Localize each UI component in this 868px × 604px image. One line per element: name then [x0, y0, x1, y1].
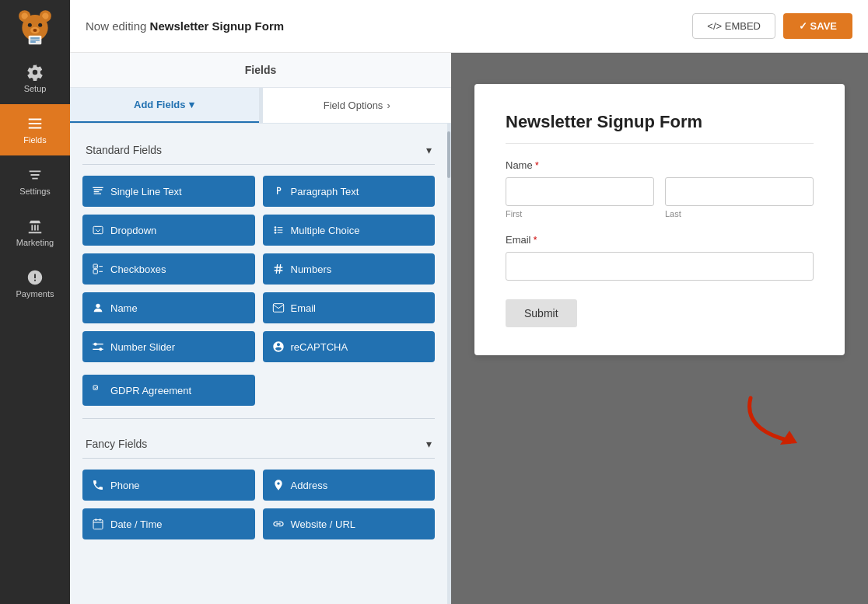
name-fields-row: First Last	[506, 177, 814, 218]
settings-icon	[26, 166, 44, 183]
svg-point-29	[99, 347, 102, 351]
field-btn-email[interactable]: Email	[263, 292, 436, 323]
main-content: Now editing Newsletter Signup Form </> E…	[70, 0, 868, 604]
standard-fields-section-header: Standard Fields ▾	[82, 136, 435, 165]
field-btn-website-url[interactable]: Website / URL	[263, 508, 436, 539]
svg-point-6	[38, 23, 42, 27]
sidebar-item-settings[interactable]: Settings	[0, 155, 70, 207]
email-input[interactable]	[506, 252, 814, 281]
chevron-down-icon: ▾	[189, 99, 194, 110]
left-panel: Fields Add Fields ▾ Field Options ›	[70, 53, 451, 604]
phone-icon	[92, 479, 104, 491]
form-preview-title: Newsletter Signup Form	[506, 112, 814, 144]
standard-fields-grid: Single Line Text Paragraph Text Dropdown	[82, 176, 435, 362]
field-btn-number-slider[interactable]: Number Slider	[82, 331, 255, 362]
recaptcha-icon	[272, 340, 285, 353]
topbar-title: Now editing Newsletter Signup Form	[86, 19, 284, 33]
name-last-input[interactable]	[665, 177, 814, 206]
embed-button[interactable]: </> EMBED	[692, 13, 775, 39]
svg-point-14	[274, 226, 276, 229]
svg-point-5	[28, 23, 32, 27]
content-area: Fields Add Fields ▾ Field Options ›	[70, 53, 868, 604]
payments-icon	[26, 269, 44, 286]
link-icon	[272, 518, 285, 530]
submit-button[interactable]: Submit	[506, 299, 577, 327]
field-btn-checkboxes[interactable]: Checkboxes	[82, 253, 255, 285]
sidebar-item-fields-label: Fields	[23, 135, 46, 145]
field-btn-name[interactable]: Name	[82, 292, 255, 323]
save-button[interactable]: ✓ SAVE	[783, 13, 852, 39]
paragraph-icon	[272, 185, 285, 197]
field-btn-address[interactable]: Address	[263, 470, 436, 501]
sidebar-item-setup-label: Setup	[24, 84, 47, 93]
sidebar-item-marketing-label: Marketing	[16, 238, 54, 247]
svg-point-28	[94, 343, 97, 346]
sidebar: Setup Fields Settings Marketing Payments	[0, 0, 70, 604]
panel-scroll[interactable]: Standard Fields ▾ Single Line Text Parag…	[70, 124, 447, 604]
fancy-fields-label: Fancy Fields	[86, 438, 147, 450]
multiple-choice-icon	[272, 224, 285, 236]
field-btn-multiple-choice[interactable]: Multiple Choice	[263, 215, 436, 246]
checkbox-icon	[92, 263, 104, 275]
name-first-input[interactable]	[506, 177, 654, 206]
sidebar-item-marketing[interactable]: Marketing	[0, 207, 70, 258]
topbar: Now editing Newsletter Signup Form </> E…	[70, 0, 868, 53]
editing-label: Now editing	[86, 19, 150, 33]
email-label: Email *	[506, 234, 814, 246]
dropdown-icon	[92, 224, 104, 236]
required-star-email: *	[531, 235, 537, 246]
svg-rect-13	[93, 226, 103, 233]
form-field-name: Name * First Last	[506, 159, 814, 218]
svg-point-8	[33, 29, 37, 32]
form-field-email: Email *	[506, 234, 814, 281]
sidebar-item-fields[interactable]: Fields	[0, 104, 70, 155]
scroll-thumb	[447, 131, 450, 178]
sidebar-item-payments[interactable]: Payments	[0, 258, 70, 309]
field-btn-recaptcha[interactable]: reCAPTCHA	[263, 331, 436, 362]
form-name: Newsletter Signup Form	[150, 19, 285, 33]
fields-icon	[26, 115, 44, 132]
tab-add-fields-label: Add Fields	[134, 99, 185, 110]
pin-icon	[272, 479, 285, 491]
svg-rect-31	[93, 520, 103, 529]
svg-rect-22	[93, 270, 97, 274]
field-btn-numbers[interactable]: Numbers	[263, 253, 436, 285]
form-preview: Newsletter Signup Form Name * First Las	[474, 84, 845, 355]
field-btn-gdpr-agreement[interactable]: GDPR Agreement	[82, 375, 255, 406]
standard-fields-chevron-icon: ▾	[426, 144, 432, 156]
name-first-sublabel: First	[506, 209, 654, 218]
fancy-fields-chevron-icon: ▾	[426, 438, 432, 450]
arrow-annotation	[727, 382, 828, 452]
field-btn-paragraph-text[interactable]: Paragraph Text	[263, 176, 436, 207]
svg-point-24	[96, 304, 100, 308]
field-btn-dropdown[interactable]: Dropdown	[82, 215, 255, 246]
tab-field-options-label: Field Options	[324, 100, 383, 111]
svg-point-15	[274, 229, 276, 232]
name-last-field: Last	[665, 177, 814, 218]
gdpr-icon	[92, 384, 104, 396]
fancy-fields-grid: Phone Address Date / Time	[82, 470, 435, 539]
svg-rect-25	[273, 304, 283, 312]
sidebar-item-setup[interactable]: Setup	[0, 53, 70, 104]
svg-point-16	[274, 232, 276, 234]
email-icon	[272, 302, 285, 314]
calendar-icon	[92, 518, 104, 530]
fields-section-header: Fields	[70, 53, 451, 88]
tabs-bar: Add Fields ▾ Field Options ›	[70, 88, 451, 124]
field-btn-date-time[interactable]: Date / Time	[82, 508, 255, 539]
right-panel-preview: Newsletter Signup Form Name * First Las	[451, 53, 868, 604]
fancy-fields-section-header: Fancy Fields ▾	[82, 430, 435, 459]
standard-fields-label: Standard Fields	[86, 144, 162, 156]
tab-field-options[interactable]: Field Options ›	[263, 88, 452, 123]
field-btn-single-line-text[interactable]: Single Line Text	[82, 176, 255, 207]
field-btn-phone[interactable]: Phone	[82, 470, 255, 501]
topbar-actions: </> EMBED ✓ SAVE	[692, 13, 852, 39]
slider-icon	[92, 340, 104, 353]
person-icon	[92, 302, 104, 314]
bear-logo-icon	[16, 7, 54, 46]
tab-add-fields[interactable]: Add Fields ▾	[70, 88, 259, 123]
name-first-field: First	[506, 177, 654, 218]
name-label: Name *	[506, 159, 814, 171]
chevron-right-icon: ›	[387, 100, 390, 111]
marketing-icon	[26, 218, 44, 235]
